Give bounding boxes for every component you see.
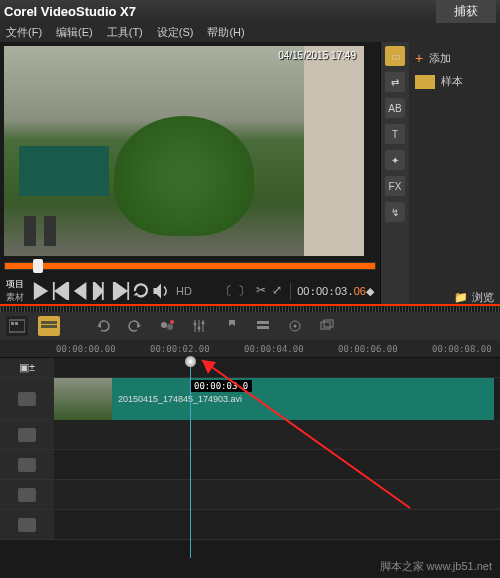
- svg-rect-11: [257, 321, 269, 324]
- svg-rect-15: [321, 322, 330, 329]
- batch-button[interactable]: [316, 316, 338, 336]
- preview-panel: 04/15/2015 17:49 项目 素材 HD: [0, 42, 380, 304]
- svg-point-7: [170, 320, 174, 324]
- watermark-text: 脚本之家 www.jb51.net: [380, 559, 492, 574]
- svg-point-5: [161, 322, 167, 328]
- mode-project[interactable]: 项目: [6, 278, 24, 291]
- svg-rect-12: [257, 326, 269, 329]
- path-icon[interactable]: ↯: [385, 202, 405, 222]
- ruler-tick: 00:00:08.00: [432, 344, 492, 354]
- ruler-tick: 00:00:04.00: [244, 344, 304, 354]
- sample-row[interactable]: 样本: [413, 70, 496, 93]
- track-headers: ▣±: [0, 358, 54, 540]
- svg-point-9: [198, 327, 201, 330]
- clip-timecode: 00:00:03 0: [190, 380, 252, 392]
- mark-in-icon[interactable]: 〔: [220, 283, 232, 300]
- track-button[interactable]: [252, 316, 274, 336]
- record-button[interactable]: [156, 316, 178, 336]
- mark-out-icon[interactable]: 〕: [238, 283, 250, 300]
- mode-toggle[interactable]: 项目 素材: [6, 278, 24, 304]
- menu-settings[interactable]: 设定(S): [157, 25, 194, 40]
- svg-point-14: [294, 325, 297, 328]
- mixer-button[interactable]: [188, 316, 210, 336]
- media-icon[interactable]: ▭: [385, 46, 405, 66]
- graphic-icon[interactable]: ✦: [385, 150, 405, 170]
- video-track-icon: [18, 392, 36, 406]
- mode-clip[interactable]: 素材: [6, 291, 24, 304]
- music-track-icon: [18, 518, 36, 532]
- disc-button[interactable]: [284, 316, 306, 336]
- play-button[interactable]: [32, 282, 50, 300]
- go-start-button[interactable]: [52, 282, 70, 300]
- redo-button[interactable]: [124, 316, 146, 336]
- playhead-handle[interactable]: [185, 356, 196, 367]
- add-label: 添加: [429, 51, 451, 66]
- clip-thumbnail: [54, 378, 112, 420]
- ruler-tick: 00:00:02.00: [150, 344, 210, 354]
- video-timestamp: 04/15/2015 17:49: [278, 50, 356, 61]
- ruler-tick: 00:00:00.00: [56, 344, 116, 354]
- sample-label: 样本: [441, 74, 463, 89]
- next-frame-button[interactable]: [92, 282, 110, 300]
- menu-tools[interactable]: 工具(T): [107, 25, 143, 40]
- track-area[interactable]: 00:00:03 0 20150415_174845_174903.avi: [54, 358, 500, 540]
- menu-edit[interactable]: 编辑(E): [56, 25, 93, 40]
- title-track-icon: [18, 458, 36, 472]
- clip-filename: 20150415_174845_174903.avi: [118, 394, 242, 404]
- playhead[interactable]: [190, 358, 191, 558]
- volume-button[interactable]: [152, 282, 170, 300]
- music-track-header[interactable]: [0, 510, 54, 540]
- add-folder-row[interactable]: + 添加: [413, 46, 496, 70]
- browse-label: 浏览: [472, 290, 494, 305]
- svg-rect-4: [41, 325, 57, 328]
- voice-track-icon: [18, 488, 36, 502]
- track-header-controls[interactable]: ▣±: [0, 358, 54, 378]
- ruler-tick: 00:00:06.00: [338, 344, 398, 354]
- video-track-header[interactable]: [0, 378, 54, 420]
- filter-icon[interactable]: FX: [385, 176, 405, 196]
- svg-rect-0: [9, 320, 25, 332]
- seek-bar[interactable]: [4, 262, 376, 270]
- sample-thumb-icon: [415, 75, 435, 89]
- title-icon-ab[interactable]: AB: [385, 98, 405, 118]
- timeline-ruler[interactable]: 00:00:00.00 00:00:02.00 00:00:04.00 00:0…: [0, 340, 500, 358]
- split-icon[interactable]: ✂: [256, 283, 266, 300]
- storyboard-view-button[interactable]: [6, 316, 28, 336]
- go-end-button[interactable]: [112, 282, 130, 300]
- tab-capture[interactable]: 捕获: [436, 0, 496, 23]
- title-track-header[interactable]: [0, 450, 54, 480]
- timeline-toolbar: [0, 312, 500, 340]
- scene-building: [304, 46, 364, 256]
- plus-icon: +: [415, 50, 423, 66]
- voice-track-header[interactable]: [0, 480, 54, 510]
- library-toolbar: ▭ ⇄ AB T ✦ FX ↯: [381, 42, 409, 304]
- title-bar: Corel VideoStudio X7 捕获: [0, 0, 500, 22]
- transition-icon[interactable]: ⇄: [385, 72, 405, 92]
- svg-point-6: [167, 324, 173, 330]
- scene-person: [24, 216, 36, 246]
- folder-icon: 📁: [454, 291, 468, 304]
- menu-help[interactable]: 帮助(H): [207, 25, 244, 40]
- undo-button[interactable]: [92, 316, 114, 336]
- loop-button[interactable]: [132, 282, 150, 300]
- timecode-display[interactable]: 00:00:03.06◆: [297, 285, 374, 298]
- title-icon-t[interactable]: T: [385, 124, 405, 144]
- preview-viewport[interactable]: 04/15/2015 17:49: [4, 46, 364, 256]
- overlay-track-header[interactable]: [0, 420, 54, 450]
- menu-file[interactable]: 文件(F): [6, 25, 42, 40]
- marker-button[interactable]: [220, 316, 242, 336]
- library-panel: ▭ ⇄ AB T ✦ FX ↯ + 添加 样本: [380, 42, 500, 304]
- timeline-view-button[interactable]: [38, 316, 60, 336]
- browse-button[interactable]: 📁 浏览: [454, 290, 494, 305]
- video-clip[interactable]: 00:00:03 0 20150415_174845_174903.avi: [54, 378, 494, 420]
- timeline-tracks: ▣± 00:00:03 0 20150415_174845_174903.avi: [0, 358, 500, 540]
- overlay-track-icon: [18, 428, 36, 442]
- svg-rect-1: [11, 322, 14, 325]
- prev-frame-button[interactable]: [72, 282, 90, 300]
- expand-icon[interactable]: ⤢: [272, 283, 282, 300]
- seek-handle[interactable]: [33, 259, 43, 273]
- svg-rect-2: [15, 322, 18, 325]
- scene-person: [44, 216, 56, 246]
- transport-bar: 项目 素材 HD 〔 〕 ✂ ⤢ 00: [4, 274, 376, 308]
- svg-point-10: [202, 322, 205, 325]
